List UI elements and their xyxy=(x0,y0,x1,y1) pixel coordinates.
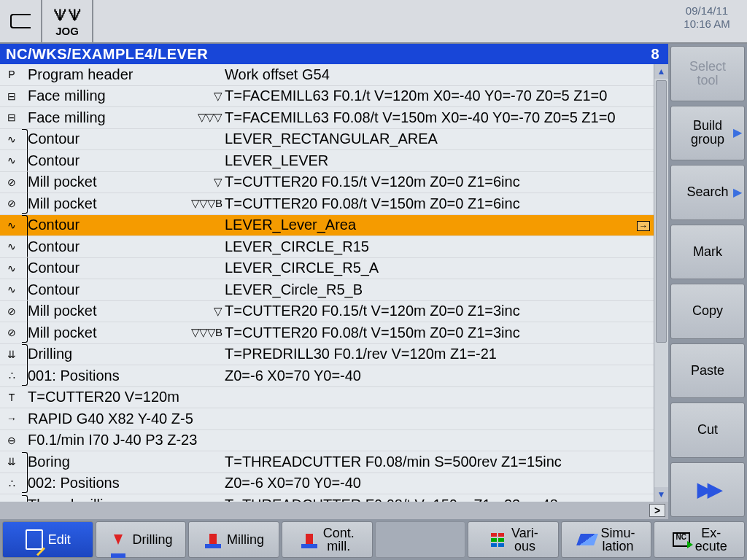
various-icon xyxy=(488,530,507,549)
step-type-icon: ⇊ xyxy=(0,456,23,467)
softkey-ex-ecute[interactable]: NCEx- ecute xyxy=(654,521,745,558)
program-step-row[interactable]: ≋Thread millingT=THREADCUTTER F0.08/t V=… xyxy=(0,494,654,502)
step-name: Contour xyxy=(28,131,225,147)
top-toolbar-spacer xyxy=(93,0,674,42)
program-step-row[interactable]: ⊘Mill pocket▽T=CUTTER20 F0.15/t V=120m Z… xyxy=(0,301,654,323)
program-step-row[interactable]: ⇊DrillingT=PREDRILL30 F0.1/rev V=120m Z1… xyxy=(0,344,654,366)
group-bracket xyxy=(22,300,28,322)
softkey-empty xyxy=(375,521,466,558)
step-parameters: T=THREADCUTTER F0.08/min S=500rev Z1=15i… xyxy=(225,454,633,470)
program-step-row[interactable]: TT=CUTTER20 V=120m xyxy=(0,387,654,409)
machine-icon xyxy=(10,14,31,28)
step-parameters: LEVER_LEVER xyxy=(225,152,633,169)
softkey-label: Cont. mill. xyxy=(323,526,355,553)
softkey-label: Drilling xyxy=(132,533,172,546)
step-parameters: T=CUTTER20 F0.08/t V=150m Z0=0 Z1=6inc xyxy=(225,195,633,212)
softkey-label: Ex- ecute xyxy=(695,526,727,553)
program-step-row[interactable]: ∿ContourLEVER_CIRCLE_R15 xyxy=(0,236,654,258)
softkey-label: Simu- lation xyxy=(601,526,635,553)
step-parameters: Z0=-6 X0=70 Y0=-40 xyxy=(225,475,633,491)
step-parameters: T=PREDRILL30 F0.1/rev V=120m Z1=-21 xyxy=(225,346,633,362)
program-step-row[interactable]: ⊘Mill pocket▽▽▽BT=CUTTER20 F0.08/t V=150… xyxy=(0,193,654,215)
program-step-row[interactable]: ⊘Mill pocket▽▽▽BT=CUTTER20 F0.08/t V=150… xyxy=(0,322,654,344)
program-step-row[interactable]: →RAPID G40 X82 Y-40 Z-5 xyxy=(0,408,654,430)
scroll-thumb[interactable] xyxy=(656,80,667,343)
softkey-simu-lation[interactable]: Simu- lation xyxy=(561,521,652,558)
step-name: Face milling xyxy=(28,88,225,104)
scroll-track[interactable] xyxy=(654,79,668,487)
softkey-cont-mill[interactable]: Cont. mill. xyxy=(282,521,373,558)
softkey-milling[interactable]: Milling xyxy=(188,521,279,558)
step-type-icon: ⊘ xyxy=(0,327,23,338)
step-name: 002: Positions xyxy=(28,475,225,491)
program-step-row[interactable]: ⊟Face milling▽▽▽T=FACEMILL63 F0.08/t V=1… xyxy=(0,107,654,129)
step-type-icon: ∿ xyxy=(0,219,23,231)
program-step-row[interactable]: PProgram headerWork offset G54 xyxy=(0,64,654,86)
group-bracket xyxy=(22,129,28,150)
step-type-icon: T xyxy=(0,392,23,403)
time-text: 10:16 AM xyxy=(674,18,740,31)
softkey-label: Mark xyxy=(693,245,722,259)
program-step-row[interactable]: ∴001: PositionsZ0=-6 X0=70 Y0=-40 xyxy=(0,365,654,387)
softkey-edit[interactable]: Edit xyxy=(2,521,93,558)
program-step-row[interactable]: ⊘Mill pocket▽T=CUTTER20 F0.15/t V=120m Z… xyxy=(0,172,654,194)
scroll-down-icon[interactable]: ▼ xyxy=(654,487,668,502)
step-type-icon: ⊘ xyxy=(0,306,23,317)
scroll-up-icon[interactable]: ▲ xyxy=(654,64,668,79)
program-step-row[interactable]: ∴002: PositionsZ0=-6 X0=70 Y0=-40 xyxy=(0,473,654,495)
group-bracket xyxy=(22,279,28,300)
program-step-row[interactable]: ⊟Face milling▽T=FACEMILL63 F0.1/t V=120m… xyxy=(0,86,654,108)
softkey-continue[interactable]: ▶▶ xyxy=(670,462,745,518)
step-type-icon: ∴ xyxy=(0,478,23,489)
softkey-drilling[interactable]: Drilling xyxy=(96,521,187,558)
step-type-icon: ∴ xyxy=(0,370,23,381)
group-bracket xyxy=(22,430,28,451)
step-parameters: T=FACEMILL63 F0.08/t V=150m X0=-40 Y0=-7… xyxy=(225,109,633,126)
program-step-row[interactable]: ⊖F0.1/min I70 J-40 P3 Z-23 xyxy=(0,430,654,452)
step-parameters: LEVER_CIRCLE_R5_A xyxy=(225,260,633,276)
step-type-icon: ∿ xyxy=(0,155,23,166)
step-name: Thread milling xyxy=(28,497,225,502)
date-text: 09/14/11 xyxy=(674,4,740,18)
more-right-button[interactable]: > xyxy=(649,504,665,517)
chevron-right-icon: ▶ xyxy=(733,127,742,139)
group-bracket xyxy=(22,452,28,473)
program-step-row[interactable]: ∿ContourLEVER_RECTANGULAR_AREA xyxy=(0,129,654,151)
step-type-icon: ⊘ xyxy=(0,176,23,188)
step-parameters: LEVER_CIRCLE_R15 xyxy=(225,238,633,255)
program-step-list[interactable]: PProgram headerWork offset G54⊟Face mill… xyxy=(0,64,654,502)
softkey-search[interactable]: Search▶ xyxy=(670,165,745,220)
softkey-mark[interactable]: Mark xyxy=(670,225,745,280)
step-name: Contour xyxy=(28,260,225,276)
group-bracket xyxy=(22,472,28,493)
step-parameters: T=CUTTER20 F0.08/t V=150m Z0=0 Z1=3inc xyxy=(225,324,633,341)
step-parameters: LEVER_RECTANGULAR_AREA xyxy=(225,131,633,147)
group-bracket xyxy=(22,236,28,257)
step-type-icon: ⊟ xyxy=(0,90,23,102)
step-parameters: T=THREADCUTTER F0.08/t V=150m Z1=-23 ø=4… xyxy=(225,497,633,502)
vertical-scrollbar[interactable]: ▲ ▼ xyxy=(654,64,668,502)
softkey-copy[interactable]: Copy xyxy=(670,284,745,339)
program-step-row[interactable]: ⇊BoringT=THREADCUTTER F0.08/min S=500rev… xyxy=(0,451,654,473)
step-type-icon: → xyxy=(0,413,23,424)
softkey-cut[interactable]: Cut xyxy=(670,402,745,458)
step-name: Face milling xyxy=(28,109,225,126)
program-panel: NC/WKS/EXAMPLE4/LEVER 8 PProgram headerW… xyxy=(0,44,668,519)
step-type-icon: ⊘ xyxy=(0,198,23,209)
program-step-row[interactable]: ∿ContourLEVER_CIRCLE_R5_A xyxy=(0,258,654,280)
program-step-row[interactable]: ∿ContourLEVER_LEVER xyxy=(0,150,654,172)
program-step-row[interactable]: ∿ContourLEVER_Circle_R5_B xyxy=(0,279,654,301)
jog-mode-cell[interactable]: ⩛⩛ JOG xyxy=(42,0,93,42)
softkey-build-group[interactable]: Build group▶ xyxy=(670,106,745,161)
program-step-row[interactable]: ∿ContourLEVER_Lever_Area→ xyxy=(0,215,654,237)
step-type-icon: ∿ xyxy=(0,284,23,295)
softkey-vari-ous[interactable]: Vari- ous xyxy=(468,521,559,558)
softkey-paste[interactable]: Paste xyxy=(670,343,745,399)
softkey-label: Cut xyxy=(697,423,718,437)
group-bracket xyxy=(22,171,28,193)
step-type-icon: ⇊ xyxy=(0,349,23,360)
group-bracket xyxy=(22,215,28,236)
machine-icon-cell[interactable] xyxy=(0,0,42,42)
edit-icon xyxy=(25,530,44,549)
simulation-icon xyxy=(578,530,597,549)
